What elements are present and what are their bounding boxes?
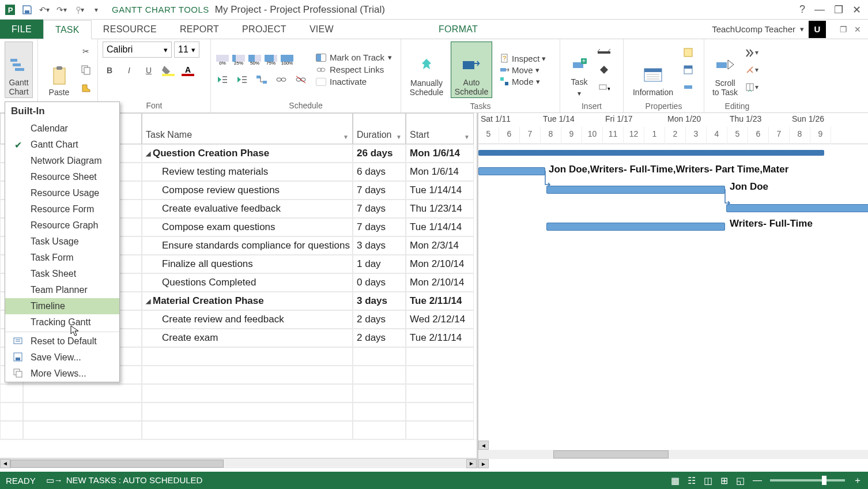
- view-shortcut-4-icon[interactable]: ⊞: [720, 475, 728, 486]
- close-window-icon[interactable]: ✕: [854, 25, 861, 34]
- scroll-to-task-button[interactable]: Scroll to Task: [709, 42, 741, 98]
- cell-name[interactable]: Finalize all questions: [142, 255, 353, 273]
- save-icon[interactable]: [22, 5, 32, 15]
- format-painter-icon[interactable]: [79, 81, 93, 95]
- zoom-out-icon[interactable]: —: [753, 475, 762, 486]
- more-views-item[interactable]: More Views...: [5, 366, 119, 382]
- cell-name[interactable]: Create exam: [142, 329, 353, 347]
- cell-name[interactable]: Ensure standards compliance for question…: [142, 236, 353, 255]
- scroll-right-icon[interactable]: ►: [466, 459, 477, 468]
- cell-duration[interactable]: 7 days: [353, 200, 406, 218]
- clear-icon[interactable]: ▾: [745, 63, 758, 77]
- cell-name[interactable]: Create evaluative feedback: [142, 200, 353, 218]
- undo-icon[interactable]: ↶ ▾: [39, 5, 50, 15]
- pct-75-icon[interactable]: 75%: [264, 53, 278, 67]
- cell-name[interactable]: ◢Material Creation Phase: [142, 292, 353, 310]
- cell-start[interactable]: Tue 2/11/14: [406, 292, 474, 310]
- close-icon[interactable]: ✕: [852, 3, 861, 16]
- cell-duration[interactable]: 26 days: [353, 144, 406, 163]
- cell-duration[interactable]: 6 days: [353, 163, 406, 181]
- chevron-down-icon[interactable]: ▼: [464, 134, 470, 140]
- cell-start[interactable]: Mon 2/10/14: [406, 255, 474, 273]
- view-item-task-form[interactable]: Task Form: [5, 250, 119, 266]
- pct-50-icon[interactable]: 50%: [248, 53, 262, 67]
- table-row[interactable]: [0, 384, 477, 403]
- cell-name[interactable]: Compose exam questions: [142, 218, 353, 236]
- move-button[interactable]: Move ▾: [499, 65, 546, 75]
- bold-button[interactable]: B: [103, 63, 116, 77]
- view-item-resource-graph[interactable]: Resource Graph: [5, 217, 119, 234]
- auto-schedule-button[interactable]: Auto Schedule: [451, 42, 492, 98]
- cell-duration[interactable]: 3 days: [353, 236, 406, 255]
- scroll-thumb[interactable]: [553, 450, 669, 458]
- pct-25-icon[interactable]: 25%: [232, 53, 246, 67]
- cell-start[interactable]: Mon 1/6/14: [406, 144, 474, 163]
- italic-button[interactable]: I: [122, 63, 136, 77]
- gantt-chart-button[interactable]: Gantt Chart: [5, 42, 33, 98]
- cell-name[interactable]: Questions Completed: [142, 273, 353, 292]
- cell-start[interactable]: Wed 2/12/14: [406, 310, 474, 329]
- font-size-select[interactable]: 11 ▾: [174, 42, 199, 58]
- cell-duration[interactable]: 1 day: [353, 255, 406, 273]
- view-shortcut-1-icon[interactable]: ▦: [671, 475, 680, 486]
- fill-icon[interactable]: ▾: [745, 80, 758, 94]
- link-tasks-icon[interactable]: [255, 73, 269, 86]
- scroll-thumb[interactable]: [10, 460, 224, 468]
- cell-name[interactable]: ◢Question Creation Phase: [142, 144, 353, 163]
- font-color-button[interactable]: A: [181, 63, 195, 77]
- tab-view[interactable]: VIEW: [298, 20, 345, 39]
- respect-links-button[interactable]: Respect Links: [316, 65, 392, 74]
- add-timeline-icon[interactable]: [681, 80, 695, 94]
- view-shortcut-3-icon[interactable]: ◫: [704, 475, 712, 486]
- table-row[interactable]: [0, 403, 477, 421]
- zoom-handle[interactable]: [822, 476, 827, 485]
- indent-icon[interactable]: [235, 73, 249, 86]
- notes-icon[interactable]: [681, 46, 695, 59]
- view-item-resource-sheet[interactable]: Resource Sheet: [5, 169, 119, 185]
- view-item-task-usage[interactable]: Task Usage: [5, 234, 119, 250]
- font-name-select[interactable]: Calibri ▾: [103, 42, 172, 58]
- tab-file[interactable]: FILE: [0, 20, 43, 39]
- redo-icon[interactable]: ↷ ▾: [56, 5, 67, 15]
- paste-button[interactable]: Paste: [43, 42, 76, 98]
- cell-duration[interactable]: 3 days: [353, 292, 406, 310]
- cell-start[interactable]: Mon 2/3/14: [406, 236, 474, 255]
- cell-duration[interactable]: 2 days: [353, 329, 406, 347]
- manually-schedule-button[interactable]: Manually Schedule: [406, 42, 447, 98]
- tab-resource[interactable]: RESOURCE: [92, 20, 168, 39]
- scroll-left-icon[interactable]: ◄: [0, 459, 10, 468]
- insert-task-button[interactable]: + Task▾: [565, 42, 594, 98]
- summary-icon[interactable]: [597, 46, 611, 59]
- copy-icon[interactable]: [79, 63, 93, 77]
- mark-on-track-button[interactable]: Mark on Track ▾: [316, 52, 392, 62]
- inactivate-button[interactable]: Inactivate: [316, 77, 392, 86]
- gantt-bar[interactable]: [726, 204, 868, 212]
- view-shortcut-5-icon[interactable]: ◱: [736, 475, 745, 486]
- mode-button[interactable]: Mode ▾: [499, 76, 546, 86]
- qat-customize-icon[interactable]: ▾: [91, 5, 101, 15]
- reset-default-item[interactable]: Reset to Default: [5, 333, 119, 349]
- unlink-tasks-icon[interactable]: [274, 73, 288, 86]
- col-start[interactable]: Start▼: [406, 113, 474, 144]
- help-icon[interactable]: ?: [799, 3, 805, 16]
- grid-hscroll[interactable]: ◄ ►: [0, 458, 477, 468]
- view-item-gantt-chart[interactable]: ✔Gantt Chart: [5, 137, 119, 153]
- collapse-icon[interactable]: ◢: [146, 150, 150, 157]
- deliverable-icon[interactable]: ▾: [597, 80, 611, 94]
- view-item-tracking-gantt[interactable]: Tracking Gantt: [5, 314, 119, 330]
- outdent-icon[interactable]: [216, 73, 229, 86]
- pct-0-icon[interactable]: 0%: [216, 53, 229, 67]
- tab-format[interactable]: FORMAT: [427, 20, 489, 39]
- chevron-down-icon[interactable]: ▼: [343, 134, 349, 140]
- cut-icon[interactable]: ✂: [79, 44, 93, 58]
- cell-start[interactable]: Tue 1/14/14: [406, 218, 474, 236]
- inspect-button[interactable]: ?Inspect ▾: [499, 53, 546, 63]
- collapse-icon[interactable]: ◢: [146, 298, 150, 305]
- restore-icon[interactable]: ❐: [834, 3, 843, 16]
- scroll-right-icon[interactable]: ►: [478, 459, 489, 468]
- view-item-resource-form[interactable]: Resource Form: [5, 201, 119, 217]
- col-task-name[interactable]: Task Name▼: [142, 113, 353, 144]
- gantt-bar[interactable]: [546, 223, 725, 231]
- tab-report[interactable]: REPORT: [168, 20, 231, 39]
- chevron-down-icon[interactable]: ▼: [396, 134, 402, 140]
